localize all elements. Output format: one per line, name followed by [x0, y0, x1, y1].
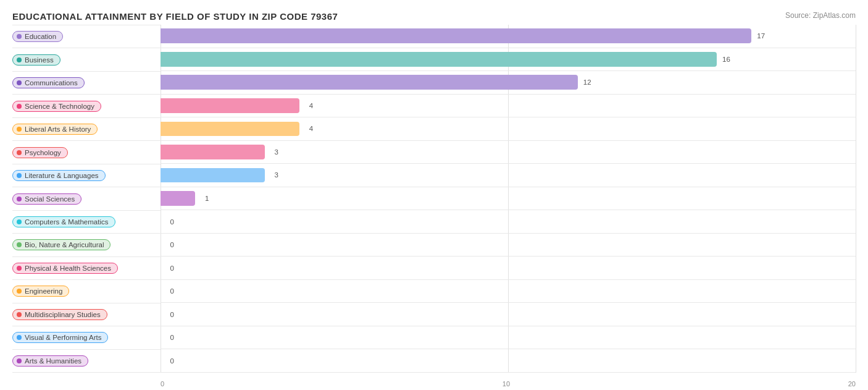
x-axis: 01020	[161, 380, 856, 388]
x-axis-label: 0	[161, 380, 164, 388]
bar-fill: 3	[161, 168, 265, 183]
bar-label: Liberal Arts & History	[25, 125, 91, 133]
bar-row: 3	[161, 164, 856, 187]
bar-dot-icon	[17, 173, 22, 178]
label-row: Social Sciences	[12, 187, 161, 210]
bar-value-label: 0	[170, 265, 174, 272]
bar-row: 17	[161, 25, 856, 48]
bar-row: 16	[161, 48, 856, 72]
label-row: Literature & Languages	[12, 164, 161, 187]
chart-wrapper: EducationBusinessCommunicationsScience &…	[12, 25, 856, 373]
source-label: Source: ZipAtlas.com	[785, 11, 856, 20]
bar-fill: 17	[161, 28, 751, 43]
bar-value-label: 16	[722, 56, 730, 63]
label-row: Visual & Performing Arts	[12, 326, 161, 349]
bar-value-label: 1	[205, 195, 209, 202]
label-row: Communications	[12, 72, 161, 95]
bar-fill: 1	[161, 191, 195, 206]
x-axis-label: 10	[503, 380, 510, 388]
bar-label: Social Sciences	[25, 195, 75, 203]
bar-row: 0	[161, 234, 856, 257]
bar-row: 0	[161, 303, 856, 326]
label-row: Science & Technology	[12, 95, 161, 117]
bar-fill: 4	[161, 122, 299, 137]
bar-label: Business	[25, 56, 54, 64]
bar-value-label: 3	[274, 148, 278, 156]
label-row: Arts & Humanities	[12, 350, 161, 373]
label-row: Psychology	[12, 141, 161, 164]
bar-label: Literature & Languages	[25, 172, 99, 179]
bar-row: 0	[161, 349, 856, 373]
bar-label: Computers & Mathematics	[25, 218, 109, 226]
grid-line	[856, 25, 856, 373]
bar-value-label: 0	[170, 218, 174, 226]
bar-label: Engineering	[25, 287, 62, 295]
bar-dot-icon	[17, 150, 22, 155]
label-row: Liberal Arts & History	[12, 118, 161, 141]
bar-value-label: 0	[170, 311, 174, 318]
bar-value-label: 12	[583, 78, 591, 86]
bar-dot-icon	[17, 80, 22, 85]
bar-dot-icon	[17, 266, 22, 271]
bar-row: 0	[161, 326, 856, 350]
bar-dot-icon	[17, 197, 22, 201]
chart-container: EDUCATIONAL ATTAINMENT BY FIELD OF STUDY…	[0, 0, 868, 390]
bar-row: 3	[161, 141, 856, 164]
bar-row: 0	[161, 210, 856, 234]
bar-value-label: 4	[309, 102, 313, 109]
bar-fill: 16	[161, 52, 717, 67]
bar-value-label: 0	[170, 334, 174, 341]
label-row: Education	[12, 25, 161, 48]
bar-fill: 4	[161, 98, 299, 113]
bar-dot-icon	[17, 34, 22, 39]
bar-dot-icon	[17, 127, 22, 132]
bar-dot-icon	[17, 242, 22, 247]
label-row: Computers & Mathematics	[12, 211, 161, 234]
bar-fill: 3	[161, 145, 265, 159]
bar-label: Visual & Performing Arts	[25, 334, 101, 341]
label-row: Bio, Nature & Agricultural	[12, 234, 161, 256]
bar-label: Multidisciplinary Studies	[25, 311, 101, 318]
bar-label: Arts & Humanities	[25, 357, 81, 365]
bar-dot-icon	[17, 219, 22, 224]
bar-row: 4	[161, 95, 856, 118]
label-row: Engineering	[12, 280, 161, 303]
bar-row: 0	[161, 280, 856, 303]
label-row: Physical & Health Sciences	[12, 257, 161, 280]
bar-label: Communications	[25, 79, 78, 87]
bar-value-label: 17	[757, 32, 765, 40]
bar-row: 4	[161, 117, 856, 141]
bar-row: 12	[161, 71, 856, 95]
label-row: Multidisciplinary Studies	[12, 303, 161, 326]
bar-label: Physical & Health Sciences	[25, 265, 111, 272]
bar-label: Education	[25, 33, 56, 40]
bar-dot-icon	[17, 289, 22, 294]
bar-label: Psychology	[25, 149, 61, 156]
bar-value-label: 0	[170, 287, 174, 295]
bar-dot-icon	[17, 104, 22, 109]
bar-value-label: 0	[170, 241, 174, 248]
bar-row: 1	[161, 187, 856, 211]
bars-column: 17161244331000000001020	[161, 25, 856, 373]
x-axis-label: 20	[848, 380, 856, 388]
bar-value-label: 4	[309, 125, 313, 132]
bar-label: Science & Technology	[25, 103, 94, 110]
bar-fill: 12	[161, 75, 578, 90]
bar-dot-icon	[17, 335, 22, 340]
chart-title: EDUCATIONAL ATTAINMENT BY FIELD OF STUDY…	[12, 11, 856, 22]
bar-row: 0	[161, 256, 856, 280]
bar-dot-icon	[17, 358, 22, 363]
label-row: Business	[12, 48, 161, 71]
bar-label: Bio, Nature & Agricultural	[25, 241, 104, 248]
bar-value-label: 0	[170, 357, 174, 365]
labels-column: EducationBusinessCommunicationsScience &…	[12, 25, 161, 373]
bar-dot-icon	[17, 57, 22, 62]
bar-dot-icon	[17, 312, 22, 317]
bar-value-label: 3	[274, 171, 278, 179]
